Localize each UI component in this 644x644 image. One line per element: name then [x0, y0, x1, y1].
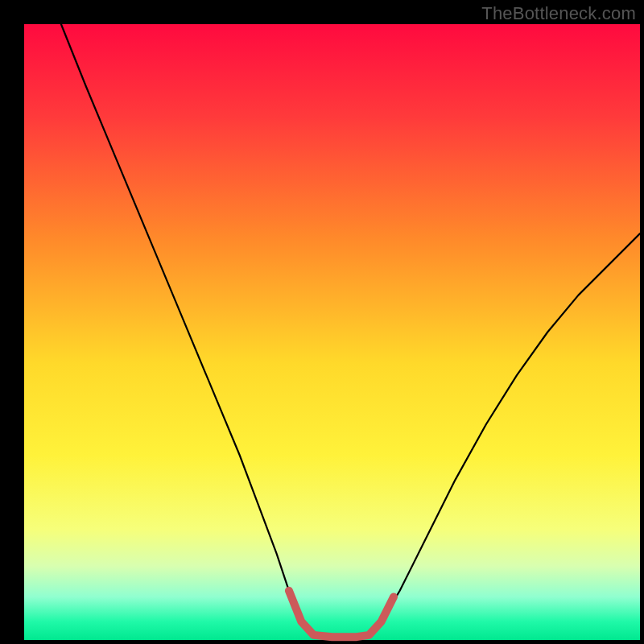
chart-svg	[0, 0, 644, 644]
watermark-text: TheBottleneck.com	[481, 3, 636, 24]
chart-container: { "watermark": "TheBottleneck.com", "cha…	[0, 0, 644, 644]
